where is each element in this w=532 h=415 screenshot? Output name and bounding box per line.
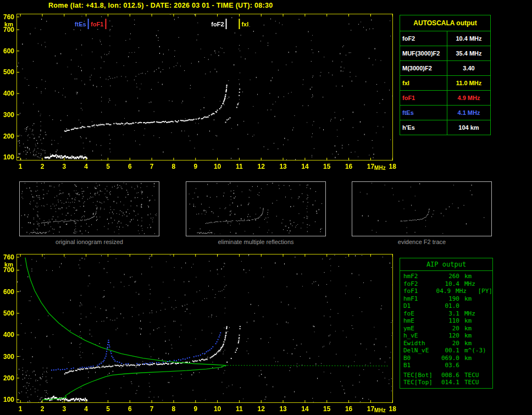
aip-param-name: Ewidth — [403, 340, 437, 347]
aip-param-unit: MHz — [456, 287, 478, 295]
aip-row: D101.0 — [400, 302, 492, 310]
aip-param-unit: MHz — [464, 310, 491, 318]
autoscala-param-value: 4.9 MHz — [447, 91, 490, 106]
aip-param-value: 120 — [437, 332, 459, 340]
aip-param-value: 014.1 — [437, 379, 459, 386]
autoscala-param-value: 4.1 MHz — [447, 106, 490, 120]
aip-param-name: B0 — [403, 355, 437, 362]
mini-f2-canvas — [352, 182, 490, 235]
autoscala-param-value: 35.4 MHz — [447, 46, 490, 61]
aip-row: foE3.1MHz — [400, 310, 492, 318]
autoscala-param-label: MUF(3000)F2 — [400, 46, 447, 61]
aip-param-name: TEC[Top] — [403, 379, 437, 386]
aip-param-value: 190 — [437, 295, 459, 303]
caption-original-ionogram: original ionogram resized — [19, 239, 159, 245]
caption-eliminate-reflections: eliminate multiple reflections — [186, 239, 326, 245]
aip-param-unit: m^(-3) — [464, 347, 491, 355]
autoscala-param-value: 104 km — [447, 120, 490, 135]
aip-row: foF104.9MHz[PY] — [400, 287, 492, 295]
autoscala-param-value: 11.0 MHz — [447, 76, 490, 91]
mini-original-canvas — [20, 182, 158, 235]
aip-param-name: foF2 — [403, 280, 437, 288]
autoscala-output-table: AUTOSCALA output foF210.4 MHzMUF(3000)F2… — [400, 15, 491, 135]
caption-evidence-f2: evidence F2 trace — [352, 239, 492, 245]
autoscala-param-value: 10.4 MHz — [447, 31, 490, 46]
aip-row: TEC[Top]014.1TECU — [400, 379, 492, 386]
aip-output-table: AIP output hmF2260kmfoF210.4MHzfoF104.9M… — [400, 258, 493, 389]
aip-param-value: 069.0 — [437, 355, 459, 362]
aip-param-value: 10.4 — [437, 280, 459, 288]
aip-param-unit: km — [464, 332, 491, 340]
aip-rows: hmF2260kmfoF210.4MHzfoF104.9MHz[PY]hmF11… — [400, 273, 492, 386]
aip-row: DelN_vE00.1m^(-3) — [400, 347, 492, 355]
aip-param-name: hmF1 — [403, 295, 437, 303]
aip-param-value: 008.6 — [437, 372, 459, 379]
aip-param-value: 110 — [437, 317, 459, 325]
aip-param-unit: TECU — [464, 372, 491, 379]
top-ionogram-canvas — [0, 12, 398, 173]
aip-param-unit — [464, 302, 491, 310]
autoscala-param-value: 3.40 — [447, 61, 490, 76]
autoscala-table-header: AUTOSCALA output — [400, 15, 490, 31]
aip-param-unit: km — [464, 295, 491, 303]
aip-row: hmE110km — [400, 317, 492, 325]
aip-param-unit: km — [464, 317, 491, 325]
aip-param-value: 03.6 — [437, 362, 459, 369]
aip-param-name: B1 — [403, 362, 437, 369]
aip-row: B103.6 — [400, 362, 492, 369]
aip-row: foF210.4MHz — [400, 280, 492, 288]
mini-panel-original — [19, 181, 159, 236]
aip-param-name: foE — [403, 310, 437, 318]
aip-row: hmF1190km — [400, 295, 492, 303]
aip-param-name: h_vE — [403, 332, 437, 340]
autoscala-param-label: M(3000)F2 — [400, 61, 447, 76]
aip-row: h_vE120km — [400, 332, 492, 340]
bottom-ionogram-canvas — [0, 250, 398, 415]
aip-param-value: 20 — [437, 340, 459, 347]
autoscala-param-label: ftEs — [400, 106, 447, 120]
aip-param-unit: MHz — [464, 280, 491, 288]
aip-param-value: 3.1 — [437, 310, 459, 318]
aip-param-name: D1 — [403, 302, 437, 310]
aip-param-note: [PY] — [478, 287, 493, 295]
aip-param-name: hmF2 — [403, 273, 437, 280]
aip-param-value: 04.9 — [432, 287, 451, 295]
aip-param-name: ymE — [403, 325, 437, 333]
aip-param-name: DelN_vE — [403, 347, 437, 355]
page-title: Rome (lat: +41.8, lon: 012.5) - DATE: 20… — [48, 2, 273, 9]
mini-panel-f2 — [352, 181, 492, 236]
aip-param-value: 00.1 — [437, 347, 459, 355]
aip-param-unit: km — [464, 340, 491, 347]
aip-param-name: TEC[Bot] — [403, 372, 437, 379]
aip-param-unit: km — [464, 355, 491, 362]
aip-row: TEC[Bot]008.6TECU — [400, 372, 492, 379]
aip-param-value: 260 — [437, 273, 459, 280]
aip-row: hmF2260km — [400, 273, 492, 280]
aip-param-name: foF1 — [403, 287, 432, 295]
aip-table-header: AIP output — [400, 258, 492, 271]
aip-row: B0069.0km — [400, 355, 492, 362]
autoscala-param-label: h'Es — [400, 120, 447, 135]
aip-param-value: 01.0 — [437, 302, 459, 310]
aip-param-name: hmE — [403, 317, 437, 325]
mini-clean-canvas — [186, 182, 324, 235]
autoscala-param-label: fxI — [400, 76, 447, 91]
aip-row: ymE20km — [400, 325, 492, 333]
aip-row: Ewidth20km — [400, 340, 492, 347]
autoscala-param-label: foF2 — [400, 31, 447, 46]
aip-param-unit: km — [464, 273, 491, 280]
autoscala-param-label: foF1 — [400, 91, 447, 106]
aip-param-value: 20 — [437, 325, 459, 333]
autoscala-table-body: foF210.4 MHzMUF(3000)F235.4 MHzM(3000)F2… — [400, 31, 490, 135]
aip-param-unit: TECU — [464, 379, 491, 386]
aip-param-unit: km — [464, 325, 491, 333]
mini-panel-clean — [186, 181, 326, 236]
aip-param-unit — [464, 362, 491, 369]
